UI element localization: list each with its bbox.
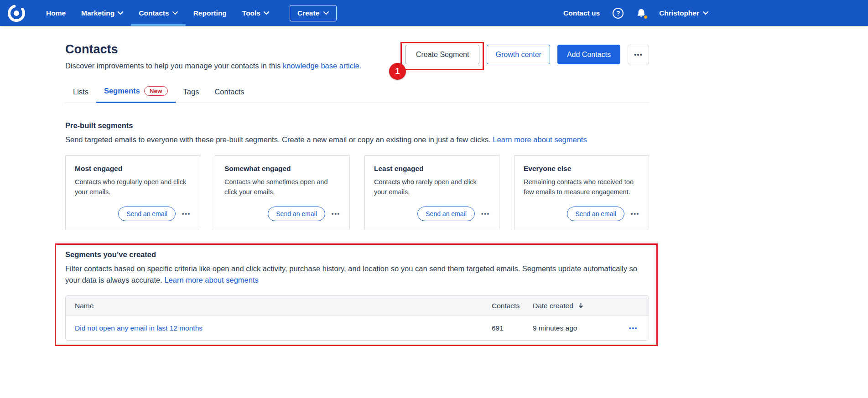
- nav-item-home[interactable]: Home: [38, 0, 73, 26]
- created-segments-section: Segments you’ve created Filter contacts …: [65, 250, 649, 341]
- card-title: Somewhat engaged: [224, 165, 340, 173]
- help-icon[interactable]: ?: [613, 8, 624, 19]
- tab-label: Segments: [104, 87, 140, 95]
- knowledge-base-link[interactable]: knowledge base article.: [283, 62, 361, 70]
- tab-tags[interactable]: Tags: [176, 82, 207, 103]
- column-header-name: Name: [66, 302, 492, 310]
- header-actions: 1 Create Segment Growth center Add Conta…: [405, 45, 649, 70]
- segment-card-everyone-else: Everyone else Remaining contacts who rec…: [514, 155, 649, 229]
- segment-link[interactable]: Did not open any email in last 12 months: [75, 324, 203, 332]
- segment-card-least-engaged: Least engaged Contacts who rarely open a…: [364, 155, 499, 229]
- send-email-button[interactable]: Send an email: [567, 207, 624, 221]
- card-title: Least engaged: [374, 165, 490, 173]
- chevron-down-icon: [264, 11, 269, 15]
- card-footer: Send an email •••: [75, 207, 191, 221]
- card-description: Contacts who sometimes open and click yo…: [224, 177, 340, 197]
- created-description: Filter contacts based on specific criter…: [65, 263, 649, 286]
- subtitle-text: Discover improvements to help you manage…: [65, 62, 281, 70]
- constant-contact-logo-icon: [6, 3, 26, 23]
- date-created-label: Date created: [533, 302, 573, 310]
- created-description-text: Filter contacts based on specific criter…: [65, 264, 637, 284]
- segment-card-most-engaged: Most engaged Contacts who regularly open…: [65, 155, 200, 229]
- top-navigation: Home Marketing Contacts Reporting Tools …: [0, 0, 868, 26]
- row-more-icon[interactable]: •••: [629, 325, 638, 332]
- card-more-icon[interactable]: •••: [332, 210, 340, 217]
- nav-item-marketing[interactable]: Marketing: [73, 0, 131, 26]
- send-email-button[interactable]: Send an email: [118, 207, 176, 221]
- user-menu[interactable]: Christopher: [659, 9, 708, 17]
- sort-descending-icon[interactable]: [577, 302, 584, 309]
- tab-segments[interactable]: Segments New: [96, 82, 176, 103]
- nav-item-tools[interactable]: Tools: [234, 0, 277, 26]
- tab-contacts[interactable]: Contacts: [207, 82, 252, 103]
- column-header-date-created[interactable]: Date created: [533, 302, 614, 310]
- card-footer: Send an email •••: [524, 207, 639, 221]
- send-email-button[interactable]: Send an email: [268, 207, 325, 221]
- segments-table: Name Contacts Date created Did not open …: [65, 295, 649, 341]
- card-footer: Send an email •••: [374, 207, 490, 221]
- growth-center-button[interactable]: Growth center: [487, 45, 550, 64]
- segment-date-cell: 9 minutes ago: [533, 324, 614, 332]
- tab-label: Lists: [73, 88, 88, 96]
- created-heading: Segments you’ve created: [65, 250, 649, 259]
- tab-label: Contacts: [214, 88, 244, 96]
- card-more-icon[interactable]: •••: [631, 210, 639, 217]
- table-row: Did not open any email in last 12 months…: [66, 316, 649, 340]
- prebuilt-cards: Most engaged Contacts who regularly open…: [65, 155, 649, 229]
- column-header-contacts: Contacts: [492, 302, 533, 310]
- contacts-tabs: Lists Segments New Tags Contacts: [65, 82, 649, 103]
- segment-card-somewhat-engaged: Somewhat engaged Contacts who sometimes …: [215, 155, 350, 229]
- prebuilt-segments-section: Pre-built segments Send targeted emails …: [65, 121, 649, 229]
- more-actions-button[interactable]: •••: [628, 45, 649, 64]
- nav-item-contacts[interactable]: Contacts: [131, 0, 185, 26]
- created-learn-more-link[interactable]: Learn more about segments: [164, 276, 258, 284]
- add-contacts-button[interactable]: Add Contacts: [557, 45, 620, 64]
- annotation-step-badge: 1: [389, 63, 406, 80]
- card-footer: Send an email •••: [224, 207, 340, 221]
- page-title: Contacts: [65, 42, 361, 57]
- new-badge: New: [144, 86, 168, 96]
- main-content: Contacts Discover improvements to help y…: [65, 42, 649, 341]
- help-glyph: ?: [616, 10, 620, 17]
- tab-lists[interactable]: Lists: [65, 82, 96, 103]
- prebuilt-learn-more-link[interactable]: Learn more about segments: [493, 135, 587, 144]
- user-name: Christopher: [659, 9, 699, 17]
- nav-label: Contacts: [139, 9, 169, 17]
- chevron-down-icon: [703, 11, 708, 15]
- create-button-label: Create: [297, 9, 319, 17]
- segment-contacts-cell: 691: [492, 324, 533, 332]
- card-more-icon[interactable]: •••: [182, 210, 191, 217]
- card-title: Everyone else: [524, 165, 639, 173]
- notification-dot: [643, 15, 648, 20]
- create-segment-button[interactable]: Create Segment: [405, 45, 480, 64]
- chevron-down-icon: [323, 11, 329, 15]
- prebuilt-heading: Pre-built segments: [65, 121, 649, 130]
- notifications-bell-icon[interactable]: [636, 8, 646, 19]
- chevron-down-icon: [118, 11, 123, 15]
- tab-label: Tags: [183, 88, 199, 96]
- page-header: Contacts Discover improvements to help y…: [65, 42, 649, 70]
- send-email-button[interactable]: Send an email: [417, 207, 475, 221]
- create-button[interactable]: Create: [290, 5, 337, 21]
- contact-us-link[interactable]: Contact us: [563, 9, 600, 17]
- nav-label: Marketing: [81, 9, 114, 17]
- prebuilt-description: Send targeted emails to everyone with th…: [65, 134, 649, 145]
- nav-label: Home: [46, 9, 66, 17]
- nav-right-cluster: Contact us ? Christopher: [563, 0, 708, 26]
- row-actions-cell: •••: [614, 324, 649, 332]
- card-description: Contacts who rarely open and click your …: [374, 177, 490, 197]
- primary-nav: Home Marketing Contacts Reporting Tools: [38, 0, 277, 26]
- brand-logo[interactable]: [6, 0, 26, 26]
- table-header-row: Name Contacts Date created: [66, 296, 649, 316]
- nav-label: Tools: [242, 9, 260, 17]
- nav-label: Reporting: [193, 9, 227, 17]
- card-description: Contacts who regularly open and click yo…: [75, 177, 191, 197]
- segment-name-cell: Did not open any email in last 12 months: [66, 324, 492, 332]
- nav-item-reporting[interactable]: Reporting: [186, 0, 234, 26]
- prebuilt-description-text: Send targeted emails to everyone with th…: [65, 135, 491, 144]
- page-subtitle: Discover improvements to help you manage…: [65, 62, 361, 70]
- card-more-icon[interactable]: •••: [481, 210, 490, 217]
- chevron-down-icon: [172, 11, 178, 15]
- card-title: Most engaged: [75, 165, 191, 173]
- create-segment-annotated: 1 Create Segment: [405, 45, 480, 64]
